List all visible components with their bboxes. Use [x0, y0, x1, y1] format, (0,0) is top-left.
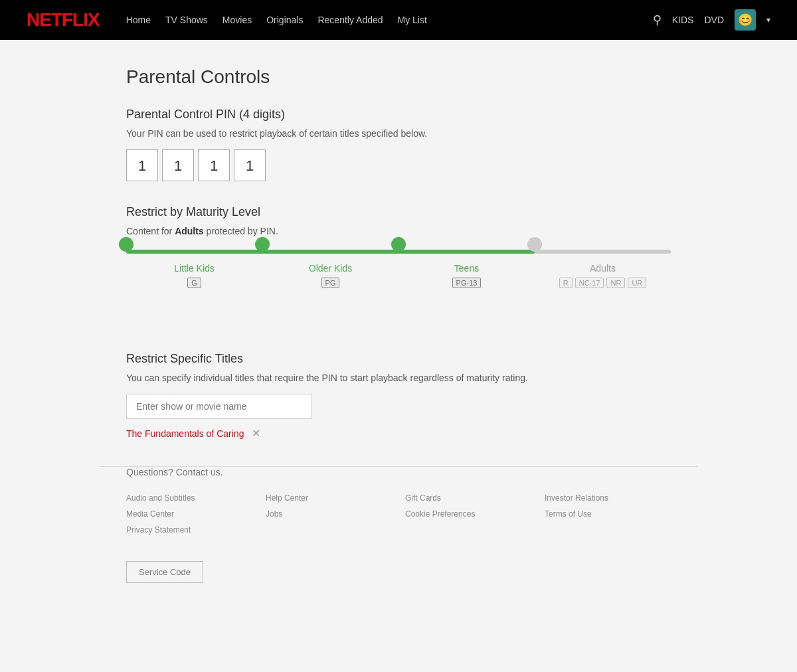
- pin-section: Parental Control PIN (4 digits) Your PIN…: [126, 108, 671, 181]
- nav-movies[interactable]: Movies: [222, 15, 252, 25]
- maturity-section: Restrict by Maturity Level Content for A…: [126, 205, 671, 328]
- title-search-input[interactable]: [126, 394, 312, 419]
- nav-recently-added[interactable]: Recently Added: [317, 15, 383, 25]
- maturity-level-name-older-kids: Older Kids: [262, 263, 398, 274]
- nav-tv-shows[interactable]: TV Shows: [165, 15, 208, 25]
- rating-badges-older-kids: PG: [262, 278, 398, 288]
- restricted-title-text: The Fundamentals of Caring: [126, 428, 244, 439]
- footer-link-jobs[interactable]: Jobs: [266, 509, 392, 519]
- pin-section-description: Your PIN can be used to restrict playbac…: [126, 128, 671, 139]
- service-code-button[interactable]: Service Code: [126, 561, 203, 583]
- restrict-titles-description: You can specify individual titles that r…: [126, 373, 671, 383]
- kids-link[interactable]: KIDS: [672, 15, 694, 25]
- maturity-level-teens: Teens PG-13: [398, 263, 535, 288]
- nav-my-list[interactable]: My List: [398, 15, 427, 25]
- pin-section-title: Parental Control PIN (4 digits): [126, 108, 671, 122]
- rating-nc17: NC-17: [575, 278, 604, 288]
- maturity-level-little-kids: Little Kids G: [126, 263, 262, 288]
- footer: Questions? Contact us. Audio and Subtitl…: [100, 467, 697, 610]
- restricted-title-remove-button[interactable]: ✕: [252, 427, 260, 440]
- rating-g: G: [187, 278, 201, 288]
- maturity-section-title: Restrict by Maturity Level: [126, 205, 671, 219]
- maturity-desc-bold: Adults: [175, 226, 204, 236]
- maturity-desc-suffix: protected by PIN.: [204, 226, 278, 236]
- maturity-level-adults: Adults R NC-17 NR UR: [535, 263, 671, 288]
- pin-digit-2[interactable]: 1: [162, 149, 194, 181]
- footer-link-gift-cards[interactable]: Gift Cards: [405, 493, 531, 503]
- footer-link-privacy-statement[interactable]: Privacy Statement: [126, 525, 252, 535]
- account-dropdown-caret[interactable]: ▾: [766, 15, 770, 25]
- footer-link-cookie-preferences[interactable]: Cookie Preferences: [405, 509, 531, 519]
- pin-digit-1[interactable]: 1: [126, 149, 158, 181]
- pin-digit-4[interactable]: 1: [234, 149, 266, 181]
- navbar-links: Home TV Shows Movies Originals Recently …: [126, 15, 633, 25]
- maturity-description: Content for Adults protected by PIN.: [126, 226, 671, 236]
- avatar[interactable]: 😊: [735, 9, 756, 31]
- nav-originals[interactable]: Originals: [266, 15, 303, 25]
- maturity-level-name-little-kids: Little Kids: [126, 263, 262, 274]
- nav-home[interactable]: Home: [126, 15, 151, 25]
- navbar: NETFLIX Home TV Shows Movies Originals R…: [0, 0, 797, 40]
- restricted-title-row: The Fundamentals of Caring ✕: [126, 427, 671, 440]
- netflix-logo[interactable]: NETFLIX: [27, 9, 100, 31]
- maturity-level-name-adults: Adults: [535, 263, 671, 274]
- restrict-titles-section: Restrict Specific Titles You can specify…: [126, 352, 671, 440]
- rating-pg13: PG-13: [452, 278, 482, 288]
- pin-container: 1 1 1 1: [126, 149, 671, 181]
- slider-thumb-2[interactable]: [255, 237, 270, 252]
- footer-link-investor-relations[interactable]: Investor Relations: [545, 493, 671, 503]
- slider-thumb-4[interactable]: [527, 237, 542, 252]
- rating-badges-little-kids: G: [126, 278, 262, 288]
- maturity-level-name-teens: Teens: [398, 263, 535, 274]
- maturity-slider[interactable]: Little Kids G Older Kids PG Teens P: [126, 250, 671, 328]
- footer-link-terms-of-use[interactable]: Terms of Use: [545, 509, 671, 519]
- footer-links-grid: Audio and Subtitles Help Center Gift Car…: [126, 493, 671, 535]
- footer-link-audio-subtitles[interactable]: Audio and Subtitles: [126, 493, 252, 503]
- rating-pg: PG: [321, 278, 340, 288]
- slider-thumb-3[interactable]: [391, 237, 406, 252]
- restrict-titles-section-title: Restrict Specific Titles: [126, 352, 671, 366]
- slider-labels: Little Kids G Older Kids PG Teens P: [126, 263, 671, 288]
- avatar-icon: 😊: [738, 13, 753, 27]
- slider-fill: [126, 250, 535, 254]
- slider-track: [126, 250, 671, 254]
- main-content: Parental Controls Parental Control PIN (…: [100, 66, 697, 440]
- maturity-level-older-kids: Older Kids PG: [262, 263, 398, 288]
- slider-thumb-1[interactable]: [119, 237, 133, 252]
- dvd-link[interactable]: DVD: [704, 15, 724, 25]
- rating-ur: UR: [628, 278, 646, 288]
- navbar-right: ⚲ KIDS DVD 😊 ▾: [653, 9, 770, 31]
- rating-nr: NR: [606, 278, 625, 288]
- rating-badges-teens: PG-13: [398, 278, 535, 288]
- pin-digit-3[interactable]: 1: [198, 149, 230, 181]
- rating-badges-adults: R NC-17 NR UR: [535, 278, 671, 288]
- footer-link-media-center[interactable]: Media Center: [126, 509, 252, 519]
- rating-r: R: [559, 278, 573, 288]
- footer-contact-text: Questions? Contact us.: [126, 467, 671, 477]
- page-title: Parental Controls: [126, 66, 671, 88]
- search-icon[interactable]: ⚲: [653, 13, 662, 27]
- maturity-desc-prefix: Content for: [126, 226, 175, 236]
- footer-link-help-center[interactable]: Help Center: [266, 493, 392, 503]
